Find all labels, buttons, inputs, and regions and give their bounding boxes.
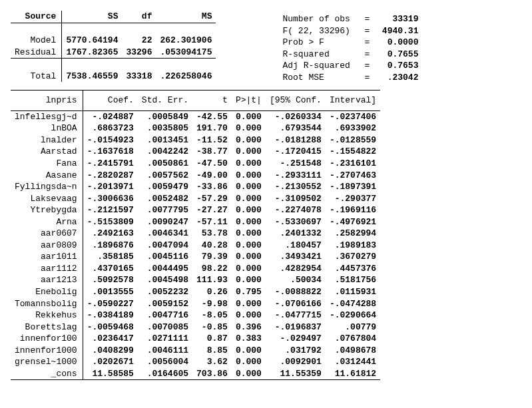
coef-se: .0056004 bbox=[138, 356, 192, 368]
table-row: aar1011.358185.004511679.390.000.3493421… bbox=[11, 251, 380, 263]
coef-p: 0.000 bbox=[232, 110, 266, 122]
coef-ci-hi: -.0290664 bbox=[326, 309, 380, 321]
coef-coef: -.0059468 bbox=[83, 321, 138, 333]
coef-header-ci-hi: Interval] bbox=[326, 91, 380, 111]
table-row: Arna-.5153809.0090247-57.110.000-.533069… bbox=[11, 216, 380, 228]
stat-row: Adj R-squared = 0.7653 bbox=[282, 60, 418, 72]
coef-var: aar1011 bbox=[11, 251, 83, 263]
stat-row: R-squared = 0.7655 bbox=[282, 49, 418, 61]
coef-ci-hi: -.1897391 bbox=[326, 181, 380, 193]
coef-coef: -.2415791 bbox=[83, 158, 138, 170]
coef-t: 98.22 bbox=[192, 263, 232, 275]
anova-row-total-label: Total bbox=[11, 71, 62, 83]
coef-coef: .0202671 bbox=[83, 356, 138, 368]
coef-var: aar0809 bbox=[11, 240, 83, 252]
coef-se: .0271111 bbox=[138, 333, 192, 345]
coef-p: 0.000 bbox=[232, 181, 266, 193]
coef-coef: -.0384189 bbox=[83, 309, 138, 321]
coef-var: lnfellesgj~d bbox=[11, 110, 83, 122]
anova-row-total-ss: 7538.46559 bbox=[62, 71, 123, 83]
stat-row: Root MSE = .23042 bbox=[282, 72, 418, 84]
coef-p: 0.000 bbox=[232, 298, 266, 310]
coef-se: .0052482 bbox=[138, 193, 192, 205]
coef-se: .0070085 bbox=[138, 321, 192, 333]
coef-var: _cons bbox=[11, 368, 83, 380]
coef-t: -9.98 bbox=[192, 298, 232, 310]
coef-p: 0.000 bbox=[232, 309, 266, 321]
coef-var: Aarstad bbox=[11, 146, 83, 158]
stat-value: 4940.31 bbox=[372, 25, 418, 37]
coef-se: .0013451 bbox=[138, 134, 192, 146]
anova-row-residual-df: 33296 bbox=[122, 47, 156, 59]
coef-var: Borettslag bbox=[11, 321, 83, 333]
coef-var: lnalder bbox=[11, 134, 83, 146]
stat-row: Number of obs = 33319 bbox=[282, 13, 418, 25]
coef-ci-lo: -.0260334 bbox=[266, 110, 326, 122]
coef-ci-lo: -.1720415 bbox=[266, 146, 326, 158]
coef-t: 191.70 bbox=[192, 122, 232, 134]
coef-ci-hi: -.0128559 bbox=[326, 134, 380, 146]
coef-ci-lo: -.2130552 bbox=[266, 181, 326, 193]
coef-ci-hi: .0312441 bbox=[326, 356, 380, 368]
coef-var: innenfor1000 bbox=[11, 345, 83, 357]
table-row: Enebolig.0013555.00522320.260.795-.00888… bbox=[11, 286, 380, 298]
coefficients-table: lnpris Coef. Std. Err. t P>|t| [95% Conf… bbox=[11, 90, 380, 380]
coef-p: 0.396 bbox=[232, 321, 266, 333]
coef-ci-lo: .031792 bbox=[266, 345, 326, 357]
coef-ci-lo: -.251548 bbox=[266, 158, 326, 170]
coef-se: .0045498 bbox=[138, 274, 192, 286]
coef-ci-hi: .2582994 bbox=[326, 228, 380, 240]
coef-coef: -.0590227 bbox=[83, 298, 138, 310]
table-row: Laksevaag-.3006636.0052482-57.290.000-.3… bbox=[11, 193, 380, 205]
coef-ci-lo: .0092901 bbox=[266, 356, 326, 368]
coef-coef: .1896876 bbox=[83, 240, 138, 252]
anova-header-source: Source bbox=[11, 11, 62, 23]
coef-p: 0.383 bbox=[232, 333, 266, 345]
coef-se: .0044495 bbox=[138, 263, 192, 275]
coef-coef: 11.58585 bbox=[83, 368, 138, 380]
coef-p: 0.000 bbox=[232, 146, 266, 158]
coef-ci-lo: -.5330697 bbox=[266, 216, 326, 228]
anova-row-residual-ms: .053094175 bbox=[156, 47, 216, 59]
coef-se: .0047094 bbox=[138, 240, 192, 252]
coef-var: aar1213 bbox=[11, 274, 83, 286]
coef-header-t: t bbox=[192, 91, 232, 111]
table-row: Borettslag-.0059468.0070085-0.850.396-.0… bbox=[11, 321, 380, 333]
coef-ci-hi: .1989183 bbox=[326, 240, 380, 252]
anova-and-stats: Source SS df MS Model 5770.64194 22 262.… bbox=[11, 11, 532, 83]
coef-var: Laksevaag bbox=[11, 193, 83, 205]
table-row: grensel~1000.0202671.00560043.620.000.00… bbox=[11, 356, 380, 368]
stat-label: Number of obs bbox=[282, 13, 362, 25]
coef-p: 0.000 bbox=[232, 251, 266, 263]
coef-ci-lo: -.0477715 bbox=[266, 309, 326, 321]
coef-coef: .358185 bbox=[83, 251, 138, 263]
table-row: lnBOA.6863723.0035805191.700.000.6793544… bbox=[11, 122, 380, 134]
coef-se: .0045116 bbox=[138, 251, 192, 263]
coef-se: .0090247 bbox=[138, 216, 192, 228]
anova-row-model-label: Model bbox=[11, 35, 62, 47]
coef-p: 0.000 bbox=[232, 193, 266, 205]
coef-coef: -.3006636 bbox=[83, 193, 138, 205]
stat-value: 33319 bbox=[372, 13, 418, 25]
coef-coef: .5092578 bbox=[83, 274, 138, 286]
coef-coef: -.2013971 bbox=[83, 181, 138, 193]
coef-coef: -.5153809 bbox=[83, 216, 138, 228]
table-row: aar1112.4370165.004449598.220.000.428295… bbox=[11, 263, 380, 275]
coef-var: innenfor100 bbox=[11, 333, 83, 345]
coef-t: 3.62 bbox=[192, 356, 232, 368]
anova-row-model-ss: 5770.64194 bbox=[62, 35, 123, 47]
coef-se: .0035805 bbox=[138, 122, 192, 134]
coef-coef: -.0154923 bbox=[83, 134, 138, 146]
model-stats-block: Number of obs = 33319 F( 22, 33296) = 49… bbox=[282, 11, 418, 83]
anova-table: Source SS df MS Model 5770.64194 22 262.… bbox=[11, 11, 216, 82]
coef-p: 0.795 bbox=[232, 286, 266, 298]
coef-ci-hi: .0498678 bbox=[326, 345, 380, 357]
coef-p: 0.000 bbox=[232, 134, 266, 146]
coef-t: 703.86 bbox=[192, 368, 232, 380]
coef-coef: -.1637618 bbox=[83, 146, 138, 158]
coef-ci-hi: .00779 bbox=[326, 321, 380, 333]
coef-var: Fana bbox=[11, 158, 83, 170]
coef-p: 0.000 bbox=[232, 368, 266, 380]
coef-t: -47.50 bbox=[192, 158, 232, 170]
table-row: innenfor100.0236417.02711110.870.383-.02… bbox=[11, 333, 380, 345]
